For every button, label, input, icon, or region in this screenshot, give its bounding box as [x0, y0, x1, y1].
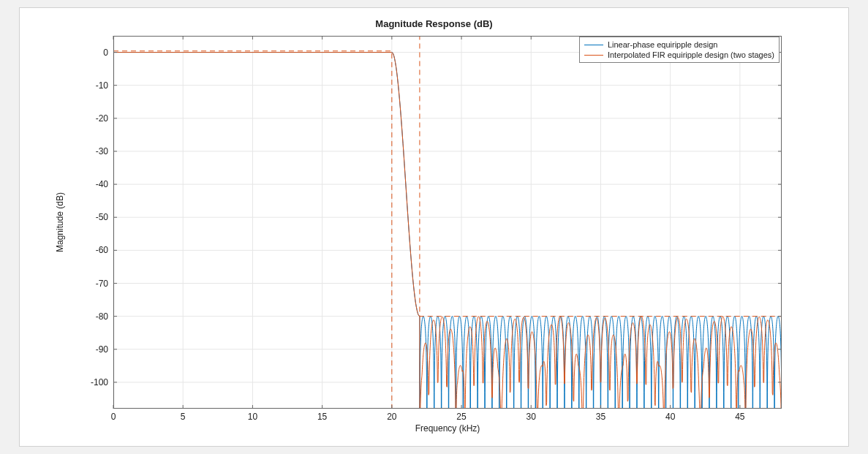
xtick-label: 35	[586, 412, 615, 422]
xtick-label: 30	[516, 412, 546, 422]
legend-label: Linear-phase equiripple design	[608, 40, 717, 49]
chart-title: Magnitude Response (dB)	[20, 18, 848, 29]
legend-item: Interpolated FIR equiripple design (two …	[584, 50, 774, 60]
ytick-label: -40	[72, 179, 108, 189]
ytick-label: -100	[72, 377, 108, 387]
ytick-label: -10	[72, 80, 108, 91]
ytick-label: -30	[72, 146, 108, 156]
legend-swatch-icon	[584, 55, 603, 56]
legend-box: Linear-phase equiripple design Interpola…	[579, 37, 780, 63]
xtick-label: 40	[656, 412, 685, 422]
ytick-label: -80	[72, 311, 108, 322]
xtick-label: 45	[725, 412, 755, 422]
xtick-label: 5	[168, 412, 197, 422]
legend-label: Interpolated FIR equiripple design (two …	[608, 50, 774, 59]
plot-svg	[113, 36, 782, 409]
legend-swatch-icon	[584, 45, 603, 45]
xtick-label: 25	[447, 412, 476, 422]
ytick-label: -90	[72, 344, 108, 355]
ytick-label: 0	[72, 48, 108, 58]
xtick-label: 10	[238, 412, 267, 422]
x-axis-label: Frequency (kHz)	[113, 423, 782, 434]
ytick-label: -50	[72, 212, 108, 222]
ytick-label: -70	[72, 279, 108, 289]
y-axis-label: Magnitude (dB)	[55, 36, 69, 409]
axes-area	[113, 36, 782, 409]
ytick-label: -60	[72, 245, 108, 255]
figure-panel: Magnitude Response (dB) 0 -10 -20 -30 -4…	[20, 8, 848, 446]
legend-item: Linear-phase equiripple design	[584, 39, 774, 50]
xtick-label: 0	[99, 412, 128, 422]
xtick-label: 15	[308, 412, 337, 422]
ytick-label: -20	[72, 113, 108, 124]
xtick-label: 20	[377, 412, 407, 422]
